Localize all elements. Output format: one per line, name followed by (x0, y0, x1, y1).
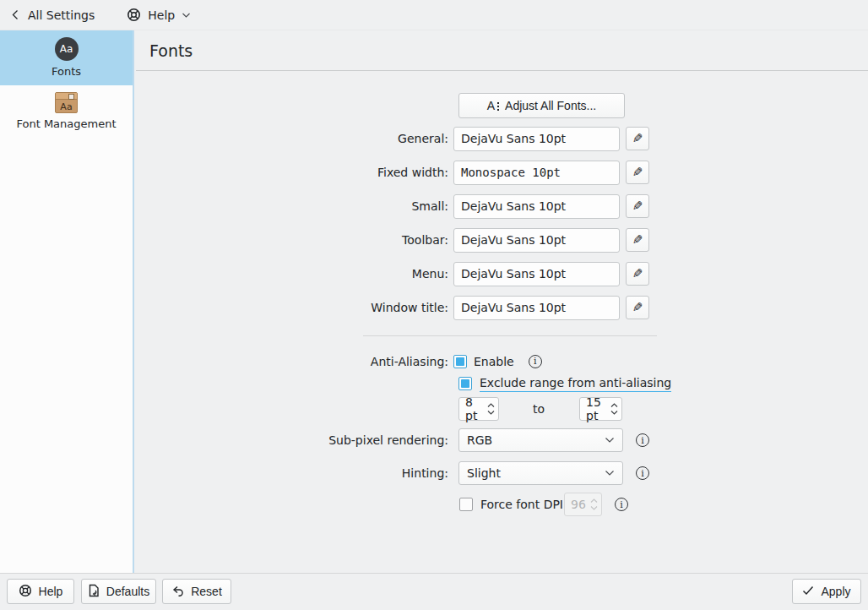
help-label: Help (148, 8, 175, 22)
edit-toolbar-font-button[interactable]: ✎ (626, 228, 649, 252)
exclude-range-row: Exclude range from anti-aliasing (458, 376, 671, 391)
fixed-width-font-field[interactable]: Monospace 10pt (453, 161, 620, 185)
force-dpi-checkbox[interactable] (459, 498, 473, 511)
font-row-general: General: DejaVu Sans 10pt ✎ (134, 126, 649, 151)
font-row-toolbar: Toolbar: DejaVu Sans 10pt ✎ (134, 227, 649, 253)
help-icon (19, 584, 32, 600)
font-row-label: Window title: (134, 301, 453, 314)
spin-arrows (587, 498, 601, 510)
help-icon (127, 8, 141, 22)
font-row-label: Small: (134, 199, 453, 213)
window-title-font-field[interactable]: DejaVu Sans 10pt (453, 296, 620, 320)
exclude-from-value: 8 pt (465, 395, 484, 422)
pencil-icon: ✎ (632, 232, 643, 248)
edit-fixed-width-font-button[interactable]: ✎ (626, 161, 649, 184)
sidebar-item-label: Font Management (16, 117, 116, 130)
hinting-dropdown[interactable]: Slight (458, 461, 623, 485)
general-font-field[interactable]: DejaVu Sans 10pt (453, 127, 620, 151)
sidebar-item-label: Fonts (52, 65, 81, 78)
apply-button[interactable]: Apply (792, 579, 861, 604)
force-dpi-info-icon[interactable]: i (615, 498, 628, 511)
subpixel-dropdown[interactable]: RGB (458, 428, 623, 452)
document-revert-icon (88, 584, 100, 600)
chevron-down-icon (605, 437, 615, 444)
form-separator (363, 335, 657, 336)
edit-general-font-button[interactable]: ✎ (626, 127, 649, 150)
chevron-left-icon (10, 9, 21, 20)
reset-button[interactable]: Reset (162, 579, 231, 604)
antialiasing-enable-row: Anti-Aliasing: Enable i (134, 354, 542, 368)
chevron-down-icon (182, 12, 191, 19)
pencil-icon: ✎ (632, 300, 643, 315)
sidebar: Aa Fonts Aa Font Management (0, 30, 134, 573)
pencil-icon: ✎ (632, 165, 643, 180)
font-row-label: Fixed width: (134, 166, 453, 179)
hinting-info-icon[interactable]: i (636, 466, 649, 480)
all-settings-label: All Settings (28, 8, 95, 22)
exclude-to-spinbox[interactable]: 15 pt (579, 397, 622, 421)
help-button[interactable]: Help (7, 579, 74, 604)
edit-window-title-font-button[interactable]: ✎ (626, 296, 649, 319)
antialiasing-label: Anti-Aliasing: (134, 355, 453, 368)
adjust-all-fonts-button[interactable]: A Adjust All Fonts... (458, 93, 625, 118)
page-header: Fonts (136, 30, 868, 71)
force-dpi-row: Force font DPI: (459, 493, 567, 516)
spin-arrows[interactable] (607, 403, 621, 415)
defaults-button[interactable]: Defaults (81, 579, 156, 604)
hinting-label: Hinting: (134, 466, 453, 480)
force-dpi-label: Force font DPI: (480, 498, 567, 511)
font-row-label: Toolbar: (134, 233, 453, 247)
exclude-from-spinbox[interactable]: 8 pt (458, 397, 499, 421)
force-dpi-value: 96 (571, 498, 586, 511)
reset-button-label: Reset (191, 585, 222, 598)
exclude-range-label: Exclude range from anti-aliasing (480, 376, 671, 392)
help-menu-button[interactable]: Help (120, 3, 198, 28)
enable-antialiasing-label: Enable (474, 355, 514, 368)
edit-menu-font-button[interactable]: ✎ (626, 262, 649, 286)
help-button-label: Help (39, 585, 63, 598)
subpixel-info-icon[interactable]: i (636, 433, 649, 447)
font-row-menu: Menu: DejaVu Sans 10pt ✎ (134, 261, 649, 286)
pencil-icon: ✎ (632, 199, 643, 214)
exclude-range-checkbox[interactable] (458, 377, 472, 390)
small-font-field[interactable]: DejaVu Sans 10pt (453, 194, 620, 219)
edit-small-font-button[interactable]: ✎ (626, 194, 649, 218)
sidebar-item-fonts[interactable]: Aa Fonts (0, 30, 133, 85)
font-row-small: Small: DejaVu Sans 10pt ✎ (134, 193, 649, 219)
checkmark-icon (802, 585, 814, 598)
spin-arrows[interactable] (484, 403, 498, 415)
subpixel-row: Sub-pixel rendering: (134, 428, 453, 452)
apply-button-label: Apply (821, 585, 850, 598)
toolbar-font-field[interactable]: DejaVu Sans 10pt (453, 228, 620, 253)
page-title: Fonts (149, 41, 193, 60)
menu-font-field[interactable]: DejaVu Sans 10pt (453, 262, 620, 286)
hinting-row: Hinting: (134, 461, 453, 485)
range-to-label: to (525, 397, 552, 421)
adjust-all-fonts-label: Adjust All Fonts... (505, 99, 596, 112)
font-row-fixed-width: Fixed width: Monospace 10pt ✎ (134, 160, 649, 185)
font-row-window-title: Window title: DejaVu Sans 10pt ✎ (134, 295, 649, 320)
force-dpi-spinbox: 96 (564, 493, 602, 516)
all-settings-button[interactable]: All Settings (3, 3, 101, 28)
fonts-icon: Aa (55, 37, 79, 61)
undo-icon (171, 585, 184, 599)
pencil-icon: ✎ (632, 266, 643, 281)
font-row-label: Menu: (134, 267, 453, 280)
top-toolbar: All Settings Help (0, 0, 868, 30)
antialiasing-info-icon[interactable]: i (529, 355, 542, 368)
font-row-label: General: (134, 132, 453, 145)
pencil-icon: ✎ (632, 131, 643, 146)
hinting-value: Slight (467, 466, 501, 480)
enable-antialiasing-checkbox[interactable] (453, 355, 467, 368)
font-management-icon: Aa (55, 92, 78, 113)
adjust-fonts-icon: A (487, 99, 495, 112)
subpixel-label: Sub-pixel rendering: (134, 433, 453, 447)
sidebar-item-font-management[interactable]: Aa Font Management (0, 85, 133, 138)
defaults-button-label: Defaults (106, 585, 149, 598)
exclude-to-value: 15 pt (586, 395, 607, 422)
subpixel-value: RGB (467, 433, 492, 447)
chevron-down-icon (605, 470, 615, 477)
